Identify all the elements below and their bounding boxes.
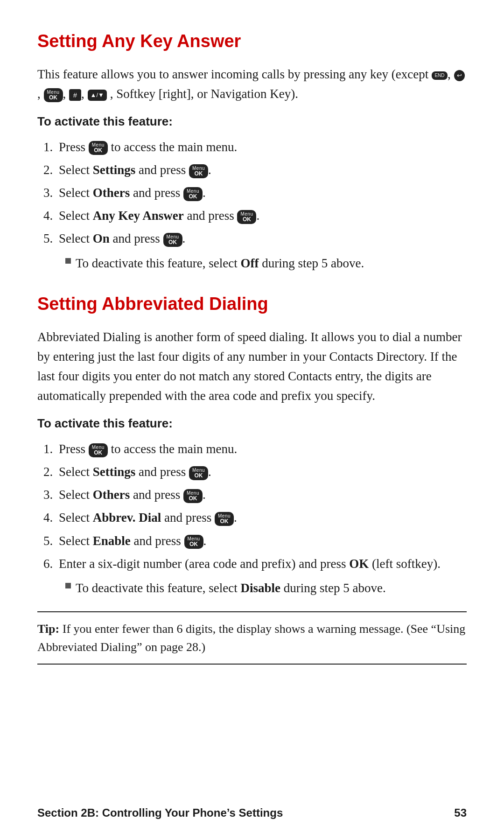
s2-step4-bold: Abbrev. Dial [93, 511, 161, 525]
menu-ok-icon-s2s4: MenuOK [215, 512, 234, 526]
menu-ok-icon-s3: MenuOK [183, 187, 203, 201]
step5-bold: On [93, 231, 110, 245]
section1-intro: This feature allows you to answer incomi… [37, 65, 467, 104]
intro-end-text: , Softkey [right], or Navigation Key). [110, 87, 298, 101]
end-key-icon: END [432, 71, 448, 80]
page-content: Setting Any Key Answer This feature allo… [37, 28, 467, 711]
footer-left: Section 2B: Controlling Your Phone’s Set… [37, 805, 283, 821]
section1-step1: Press MenuOK to access the main menu. [56, 137, 467, 157]
s2-step5-pre: Select Enable and press [59, 534, 184, 548]
s2-step3-pre: Select Others and press [59, 488, 183, 502]
menu-ok-icon-s2: MenuOK [189, 164, 208, 178]
s2-step5-bold: Enable [93, 534, 131, 548]
section2-step2: Select Settings and press MenuOK. [56, 462, 467, 482]
section2-title: Setting Abbreviated Dialing [37, 291, 467, 317]
back-key-icon: ↩ [454, 70, 465, 81]
bullet-text1: To deactivate this feature, select Off d… [76, 254, 364, 273]
intro-text: This feature allows you to answer incomi… [37, 67, 428, 81]
step2-pre: Select Settings and press [59, 163, 189, 177]
step2-bold: Settings [93, 163, 136, 177]
vol-key-icon: ▲/▼ [88, 90, 107, 101]
s2-step6-text: Enter a six-digit number (area code and … [59, 557, 441, 571]
menu-ok-icon-s2s3: MenuOK [183, 489, 203, 503]
menu-ok-icon-s2s2: MenuOK [189, 466, 208, 480]
section1-activate-label: To activate this feature: [37, 112, 467, 131]
step3-bold: Others [93, 186, 130, 200]
section2-bullet: To deactivate this feature, select Disab… [65, 579, 467, 598]
section2-steps-list: Press MenuOK to access the main menu. Se… [56, 439, 467, 574]
section2-step6: Enter a six-digit number (area code and … [56, 554, 467, 574]
menu-ok-icon-s1: MenuOK [89, 141, 108, 155]
s2-step3-bold: Others [93, 488, 130, 502]
section2-step3: Select Others and press MenuOK. [56, 485, 467, 505]
ok-bold: OK [349, 557, 369, 571]
menu-ok-icon-s2s5: MenuOK [184, 535, 203, 549]
section1-step4: Select Any Key Answer and press MenuOK. [56, 206, 467, 226]
section2-step5: Select Enable and press MenuOK. [56, 531, 467, 551]
footer-right: 53 [454, 805, 467, 821]
tip-bold: Tip: [37, 622, 59, 636]
bullet-icon2 [65, 583, 71, 588]
tip-box: Tip: If you enter fewer than 6 digits, t… [37, 611, 467, 665]
hash-key-icon: # [69, 89, 81, 101]
disable-bold: Disable [240, 581, 280, 595]
section1-title: Setting Any Key Answer [37, 28, 467, 55]
step1-text: Press [59, 140, 89, 154]
section1-steps-list: Press MenuOK to access the main menu. Se… [56, 137, 467, 249]
section1-bullet: To deactivate this feature, select Off d… [65, 254, 467, 273]
section2-step1: Press MenuOK to access the main menu. [56, 439, 467, 459]
menu-ok-icon-s5: MenuOK [163, 233, 182, 247]
tip-text: If you enter fewer than 6 digits, the di… [37, 622, 465, 654]
section2-intro: Abbreviated Dialing is another form of s… [37, 328, 467, 406]
section1-step3: Select Others and press MenuOK. [56, 183, 467, 203]
menu-ok-icon-s2s1: MenuOK [89, 443, 108, 457]
menu-ok-icon1: MenuOK [44, 88, 63, 102]
step5-pre: Select On and press [59, 231, 163, 245]
section1-step5: Select On and press MenuOK. [56, 229, 467, 249]
step4-pre: Select Any Key Answer and press [59, 209, 237, 223]
footer: Section 2B: Controlling Your Phone’s Set… [37, 805, 467, 821]
step1-after: to access the main menu. [111, 140, 238, 154]
menu-ok-icon-s4: MenuOK [237, 210, 256, 224]
s2-step2-pre: Select Settings and press [59, 465, 189, 479]
section-abbreviated-dialing: Setting Abbreviated Dialing Abbreviated … [37, 291, 467, 664]
step4-bold: Any Key Answer [93, 209, 184, 223]
s2-step2-bold: Settings [93, 465, 136, 479]
bullet-icon1 [65, 258, 71, 264]
s2-step1-after: to access the main menu. [111, 442, 238, 456]
section-any-key-answer: Setting Any Key Answer This feature allo… [37, 28, 467, 273]
section2-activate-label: To activate this feature: [37, 414, 467, 433]
step3-pre: Select Others and press [59, 186, 183, 200]
s2-step4-pre: Select Abbrev. Dial and press [59, 511, 215, 525]
off-bold: Off [240, 256, 259, 270]
s2-step1-text: Press [59, 442, 89, 456]
section2-step4: Select Abbrev. Dial and press MenuOK. [56, 508, 467, 528]
section1-step2: Select Settings and press MenuOK. [56, 160, 467, 180]
bullet-text2: To deactivate this feature, select Disab… [76, 579, 386, 598]
